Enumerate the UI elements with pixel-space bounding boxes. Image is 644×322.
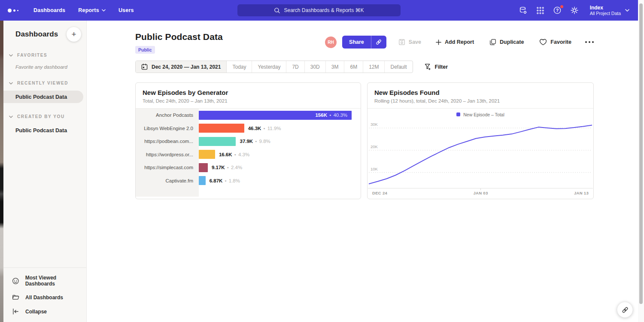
add-report-label: Add Report bbox=[445, 39, 474, 45]
collapse-sidebar-button[interactable]: Collapse bbox=[3, 304, 86, 319]
background-edge-strip bbox=[0, 21, 3, 322]
legend-label: New Episode – Total bbox=[463, 112, 504, 117]
link-icon bbox=[375, 39, 382, 46]
sidebar-item-public-podcast-data-created[interactable]: Public Podcast Data bbox=[3, 124, 86, 137]
avatar[interactable]: RH bbox=[325, 36, 337, 48]
favorite-button[interactable]: Favorite bbox=[539, 39, 571, 46]
most-viewed-dashboards-label: Most Viewed Dashboards bbox=[25, 275, 86, 287]
bar-cell: 46.3K • 11.9% bbox=[199, 124, 361, 133]
bar bbox=[199, 150, 215, 159]
sidebar: Dashboards + FAVORITES Favorite any dash… bbox=[3, 21, 87, 322]
add-report-button[interactable]: Add Report bbox=[436, 39, 474, 45]
calendar-icon bbox=[141, 64, 148, 70]
logo-dot-icon bbox=[13, 9, 15, 12]
preset-6m[interactable]: 6M bbox=[344, 61, 363, 73]
bar-row-label: https://simplecast.com bbox=[136, 161, 199, 174]
favorites-section-header[interactable]: FAVORITES bbox=[3, 53, 86, 58]
preset-default[interactable]: Default bbox=[385, 61, 412, 73]
apps-grid-icon[interactable] bbox=[536, 6, 545, 15]
save-button[interactable]: Save bbox=[398, 39, 421, 46]
chevron-down-icon bbox=[9, 115, 13, 118]
scrollbar-thumb[interactable] bbox=[639, 3, 643, 304]
x-axis: DEC 24 JAN 03 JAN 13 bbox=[368, 188, 593, 197]
add-dashboard-button[interactable]: + bbox=[67, 27, 81, 42]
recently-viewed-section-header[interactable]: RECENTLY VIEWED bbox=[3, 81, 86, 85]
all-dashboards-button[interactable]: All Dashboards bbox=[3, 290, 86, 304]
bar-row: https://simplecast.com9.17K • 2.4% bbox=[136, 161, 361, 174]
bar-cell: 6.87K • 1.8% bbox=[199, 176, 361, 185]
workspace-name: Index bbox=[590, 5, 621, 11]
line-chart-svg: 10K20K30K bbox=[369, 120, 592, 188]
x-tick-label-end: JAN 13 bbox=[574, 191, 589, 195]
date-range-button[interactable]: Dec 24, 2020 — Jan 13, 2021 bbox=[136, 61, 227, 73]
chevron-down-icon bbox=[625, 9, 629, 12]
bar-chart-filler bbox=[136, 187, 361, 197]
workspace-subtitle: All Project Data bbox=[590, 11, 621, 16]
floating-link-button[interactable] bbox=[617, 302, 633, 318]
more-options-button[interactable] bbox=[585, 41, 594, 43]
bar-row: https://wordpress.or...16.6K • 4.3% bbox=[136, 148, 361, 161]
collapse-icon bbox=[12, 308, 19, 315]
nav-right: ? Index All Project Data bbox=[519, 0, 629, 21]
bar-row: https://podbean.com...37.9K • 9.8% bbox=[136, 135, 361, 148]
filter-button[interactable]: Filter bbox=[425, 64, 448, 70]
bar-row-label: Libsyn WebEngine 2.0 bbox=[136, 122, 199, 135]
preset-today[interactable]: Today bbox=[227, 61, 252, 73]
nav-item-users[interactable]: Users bbox=[118, 7, 134, 13]
bar-row-label: Captivate.fm bbox=[136, 174, 199, 188]
duplicate-icon bbox=[489, 39, 496, 46]
chevron-down-icon bbox=[102, 9, 106, 12]
bar bbox=[199, 137, 236, 146]
preset-yesterday[interactable]: Yesterday bbox=[252, 61, 286, 73]
bar-cell: 156K • 40.3% bbox=[199, 111, 361, 120]
card-new-episodes-found: New Episodes Found Rolling (12 hours), t… bbox=[367, 82, 594, 199]
bar bbox=[199, 163, 208, 172]
nav-item-reports-label: Reports bbox=[78, 7, 99, 13]
bar-cell: 37.9K • 9.8% bbox=[199, 137, 361, 146]
dot-icon bbox=[585, 41, 587, 43]
search-icon bbox=[274, 7, 280, 14]
created-by-you-section-header[interactable]: CREATED BY YOU bbox=[3, 114, 86, 119]
settings-gear-icon[interactable] bbox=[570, 6, 579, 15]
share-button[interactable]: Share bbox=[342, 36, 371, 49]
visibility-badge: Public bbox=[135, 46, 155, 54]
sidebar-footer: Most Viewed Dashboards All Dashboards Co… bbox=[3, 267, 86, 322]
preset-3m[interactable]: 3M bbox=[326, 61, 345, 73]
most-viewed-dashboards-button[interactable]: Most Viewed Dashboards bbox=[3, 271, 86, 290]
bar-chart: Anchor Podcasts156K • 40.3%Libsyn WebEng… bbox=[136, 109, 361, 197]
bar-row: Anchor Podcasts156K • 40.3% bbox=[136, 109, 361, 122]
page-scrollbar[interactable] bbox=[638, 0, 644, 322]
data-sources-icon[interactable] bbox=[519, 6, 528, 15]
y-tick-label: 30K bbox=[371, 122, 378, 127]
bar-cell: 9.17K • 2.4% bbox=[199, 163, 361, 172]
x-tick-label-start: DEC 24 bbox=[372, 191, 387, 195]
bar-row: Libsyn WebEngine 2.046.3K • 11.9% bbox=[136, 122, 361, 135]
app-logo[interactable] bbox=[8, 9, 22, 12]
nav-item-reports[interactable]: Reports bbox=[78, 7, 106, 13]
search-placeholder: Search Dashboards & Reports ⌘K bbox=[284, 7, 364, 13]
duplicate-button[interactable]: Duplicate bbox=[489, 39, 524, 46]
sidebar-section-created-by-you: CREATED BY YOU Public Podcast Data bbox=[3, 114, 86, 137]
main-area: Public Podcast Data Public RH Share bbox=[87, 21, 638, 322]
page-title: Public Podcast Data bbox=[135, 32, 223, 42]
sidebar-section-favorites: FAVORITES Favorite any dashboard bbox=[3, 53, 86, 70]
preset-30d[interactable]: 30D bbox=[305, 61, 326, 73]
preset-7d[interactable]: 7D bbox=[286, 61, 304, 73]
bar-value: 9.17K • 2.4% bbox=[212, 165, 242, 170]
bar-row: Captivate.fm6.87K • 1.8% bbox=[136, 174, 361, 188]
share-link-button[interactable] bbox=[371, 36, 386, 49]
plus-icon bbox=[436, 39, 441, 45]
bar-value: 156K • 40.3% bbox=[315, 112, 347, 118]
dot-icon bbox=[592, 41, 594, 43]
sidebar-item-public-podcast-data[interactable]: Public Podcast Data bbox=[3, 91, 83, 103]
nav-item-dashboards[interactable]: Dashboards bbox=[33, 7, 65, 13]
search-input[interactable]: Search Dashboards & Reports ⌘K bbox=[237, 4, 401, 16]
workspace-switcher[interactable]: Index All Project Data bbox=[590, 5, 629, 16]
date-toolbar: Dec 24, 2020 — Jan 13, 2021 Today Yester… bbox=[135, 61, 594, 73]
recently-viewed-section-label: RECENTLY VIEWED bbox=[17, 81, 68, 85]
x-axis-tick bbox=[480, 188, 481, 190]
bar-value: 6.87K • 1.8% bbox=[210, 178, 240, 183]
help-icon[interactable]: ? bbox=[553, 6, 562, 15]
preset-12m[interactable]: 12M bbox=[363, 61, 385, 73]
line-series bbox=[369, 125, 592, 184]
